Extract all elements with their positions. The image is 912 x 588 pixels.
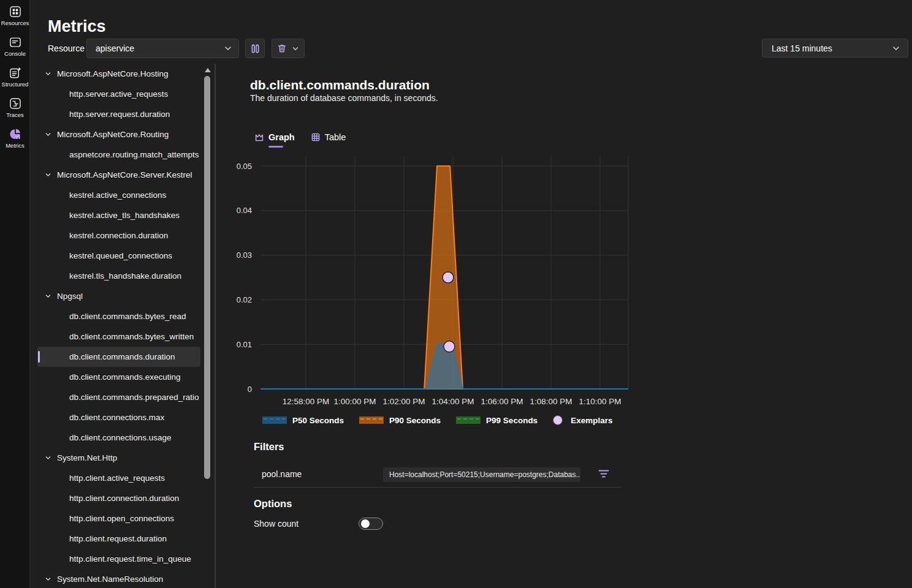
tree-group-header[interactable]: Microsoft.AspNetCore.Routing xyxy=(37,124,200,145)
tree-item[interactable]: db.client.commands.duration xyxy=(37,347,200,367)
nav-item-structured[interactable]: Structured xyxy=(0,61,30,92)
tree-item[interactable]: http.client.request.duration xyxy=(37,529,200,549)
nav-label: Traces xyxy=(6,111,24,118)
legend-label: Exemplars xyxy=(571,416,612,425)
x-axis-tick-label: 1:08:00 PM xyxy=(530,397,572,406)
tree-item[interactable]: http.client.active_requests xyxy=(37,468,200,488)
metric-description: The duration of database commands, in se… xyxy=(250,93,438,103)
legend-item-p99[interactable]: P99 Seconds xyxy=(456,416,538,425)
metrics-icon xyxy=(9,127,22,141)
legend-label: P99 Seconds xyxy=(486,416,538,425)
tree-item-label: db.client.commands.bytes_read xyxy=(69,312,186,321)
legend-label: P50 Seconds xyxy=(292,416,344,425)
tree-item[interactable]: kestrel.connection.duration xyxy=(37,225,200,246)
tree-item-label: http.client.open_connections xyxy=(69,514,174,523)
clear-metrics-split-button[interactable] xyxy=(272,39,305,58)
p50-swatch xyxy=(262,417,287,424)
tree-item[interactable]: db.client.commands.prepared_ratio xyxy=(37,387,200,407)
tree-group-label: System.Net.NameResolution xyxy=(57,575,163,584)
time-range-select[interactable]: Last 15 minutes xyxy=(762,39,908,58)
tree-item-label: db.client.commands.executing xyxy=(69,372,181,382)
chevron-down-icon xyxy=(892,45,900,52)
pause-icon xyxy=(250,43,260,54)
time-range-value: Last 15 minutes xyxy=(772,43,892,53)
x-axis-tick-label: 12:58:00 PM xyxy=(283,397,330,406)
y-axis-tick-label: 0 xyxy=(248,385,252,394)
nav-item-resources[interactable]: Resources xyxy=(0,0,30,31)
tree-group-label: Microsoft.AspNetCore.Routing xyxy=(57,130,169,139)
show-count-toggle[interactable] xyxy=(359,518,383,530)
page-title: Metrics xyxy=(48,17,106,36)
trash-icon xyxy=(277,43,287,53)
chevron-down-icon xyxy=(224,45,232,52)
tree-item[interactable]: db.client.connections.max xyxy=(37,407,200,428)
chevron-down-icon xyxy=(45,576,51,582)
x-axis-tick-label: 1:06:00 PM xyxy=(481,397,523,406)
tree-item-label: db.client.connections.max xyxy=(69,413,164,422)
series-fill-p50 xyxy=(260,344,628,390)
p99-swatch xyxy=(456,417,481,424)
tree-item-label: http.client.request.duration xyxy=(69,534,167,543)
x-axis-tick-label: 1:04:00 PM xyxy=(431,397,474,406)
tree-group-header[interactable]: System.Net.NameResolution xyxy=(37,569,200,588)
tree-item[interactable]: http.server.request.duration xyxy=(37,104,200,124)
selected-tab-indicator xyxy=(268,146,283,148)
filter-name: pool.name xyxy=(262,469,302,479)
legend-item-p50[interactable]: P50 Seconds xyxy=(262,416,344,425)
tab-table[interactable]: Table xyxy=(311,132,346,142)
tree-item-label: kestrel.connection.duration xyxy=(69,231,168,240)
tree-item[interactable]: db.client.commands.bytes_written xyxy=(37,326,200,347)
tree-item[interactable]: http.client.open_connections xyxy=(37,508,200,529)
tree-item[interactable]: db.client.commands.bytes_read xyxy=(37,306,200,326)
tree-item[interactable]: kestrel.tls_handshake.duration xyxy=(37,266,200,286)
tree-group-header[interactable]: Microsoft.AspNetCore.Hosting xyxy=(37,64,200,84)
resource-select[interactable]: apiservice xyxy=(86,39,239,58)
tree-group-header[interactable]: System.Net.Http xyxy=(37,448,200,468)
scrollbar-up-arrow-icon[interactable] xyxy=(205,68,211,72)
aspire-dashboard: Resources Console Structured Traces xyxy=(0,0,912,588)
chevron-down-icon xyxy=(45,131,51,138)
tree-group-header[interactable]: Npgsql xyxy=(37,286,200,306)
options-heading: Options xyxy=(254,498,292,510)
divider xyxy=(254,487,621,488)
pause-button[interactable] xyxy=(245,39,265,58)
tree-item[interactable]: http.client.request.time_in_queue xyxy=(37,549,200,569)
tree-item[interactable]: http.client.connection.duration xyxy=(37,488,200,508)
legend-item-p90[interactable]: P90 Seconds xyxy=(359,416,441,425)
resource-select-value: apiservice xyxy=(96,43,224,53)
tree-item[interactable]: aspnetcore.routing.match_attempts xyxy=(37,145,200,165)
chart-legend: P50 Seconds P90 Seconds P99 Seconds Exem… xyxy=(262,415,612,425)
tree-item-label: db.client.connections.usage xyxy=(69,433,172,442)
chevron-down-icon xyxy=(45,293,51,300)
selected-indicator xyxy=(38,351,40,363)
tree-item[interactable]: kestrel.active_tls_handshakes xyxy=(37,205,200,225)
tree-item-label: aspnetcore.routing.match_attempts xyxy=(69,150,199,159)
tree-item[interactable]: db.client.connections.usage xyxy=(37,428,200,448)
tree-group-header[interactable]: Microsoft.AspNetCore.Server.Kestrel xyxy=(37,165,200,185)
tree-scrollbar-thumb[interactable] xyxy=(204,76,210,479)
legend-item-exemplars[interactable]: Exemplars xyxy=(553,415,612,425)
chevron-down-icon xyxy=(45,70,51,77)
tree-item[interactable]: http.server.active_requests xyxy=(37,84,200,104)
y-axis-tick-label: 0.05 xyxy=(237,162,252,171)
metrics-chart[interactable]: 00.010.020.030.040.0512:58:00 PM1:00:00 … xyxy=(227,153,637,413)
tab-graph-label: Graph xyxy=(268,132,295,142)
filter-value-chip[interactable]: Host=localhost;Port=50215;Username=postg… xyxy=(383,467,580,482)
tree-item-label: db.client.commands.bytes_written xyxy=(69,332,194,341)
tree-item[interactable]: kestrel.queued_connections xyxy=(37,246,200,266)
tree-item[interactable]: kestrel.active_connections xyxy=(37,185,200,205)
nav-item-metrics[interactable]: Metrics xyxy=(0,123,30,153)
structured-logs-icon xyxy=(9,66,22,80)
tree-item-label: kestrel.active_tls_handshakes xyxy=(69,211,180,220)
traces-icon xyxy=(9,97,22,110)
y-axis-tick-label: 0.01 xyxy=(237,340,252,349)
x-axis-tick-label: 1:00:00 PM xyxy=(333,397,376,406)
nav-label: Resources xyxy=(1,20,29,26)
tab-graph[interactable]: Graph xyxy=(254,132,295,142)
tree-item[interactable]: db.client.commands.executing xyxy=(37,367,200,387)
nav-item-traces[interactable]: Traces xyxy=(0,92,30,123)
table-icon xyxy=(311,132,321,142)
nav-item-console[interactable]: Console xyxy=(0,31,30,61)
filter-icon[interactable] xyxy=(598,469,610,479)
x-axis-tick-label: 1:02:00 PM xyxy=(382,397,425,406)
